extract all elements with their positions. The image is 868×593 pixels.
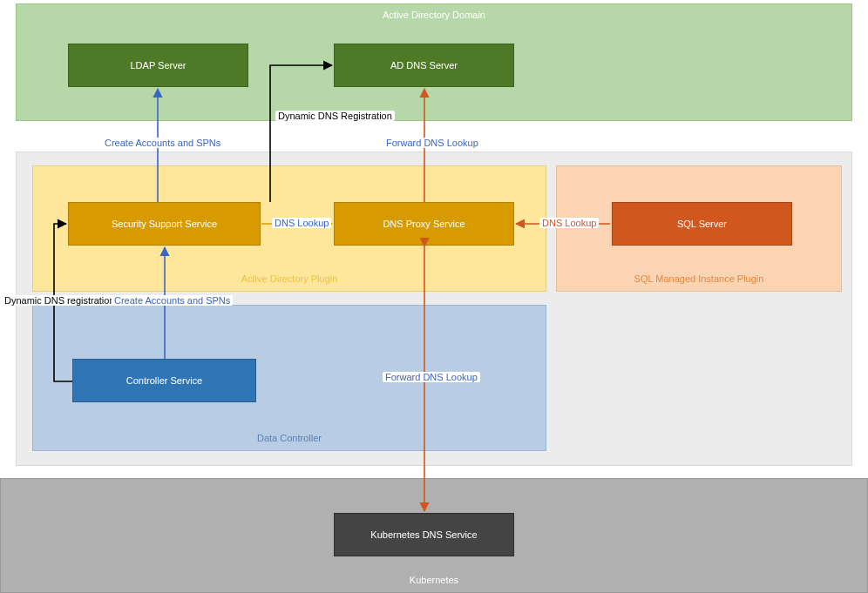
edge-label-create-accounts-1: Create Accounts and SPNs (102, 138, 223, 148)
edge-label-dns-lookup-1: DNS Lookup (272, 218, 331, 228)
edge-label-create-accounts-2: Create Accounts and SPNs (112, 295, 233, 306)
edge-label-forward-dns-2: Forward DNS Lookup (383, 372, 480, 382)
edge-label-dynamic-dns-1: Dynamic DNS Registration (275, 111, 395, 121)
edge-label-dns-lookup-2: DNS Lookup (539, 218, 599, 228)
edge-label-dynamic-dns-2: Dynamic DNS registration (2, 295, 118, 306)
edge-sss-to-addns (270, 65, 332, 202)
edge-label-forward-dns-1: Forward DNS Lookup (383, 138, 481, 148)
